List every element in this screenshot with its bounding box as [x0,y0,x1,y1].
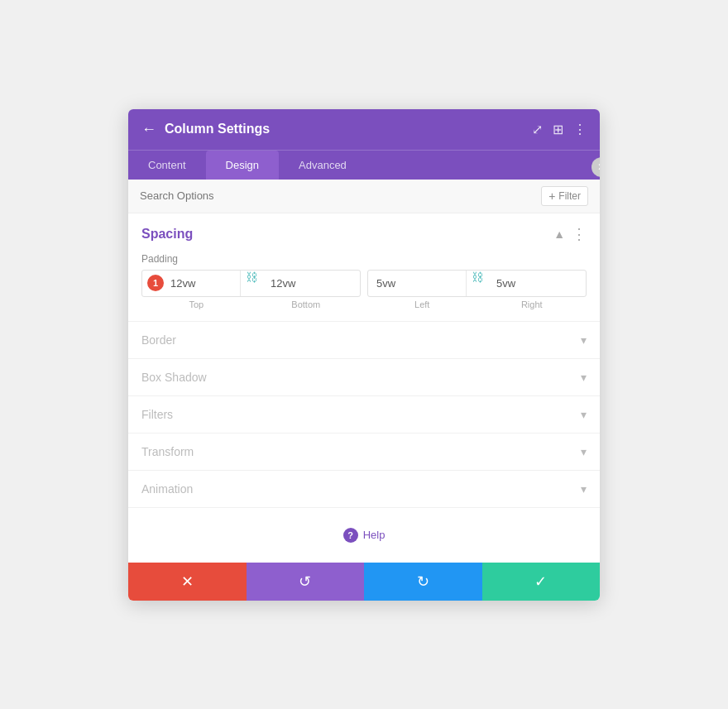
filter-button[interactable]: + Filter [541,186,588,206]
left-right-link-icon[interactable]: ⛓ [467,271,488,296]
more-icon[interactable]: ⋮ [573,122,587,137]
animation-section[interactable]: Animation ▾ [128,471,600,508]
filters-section[interactable]: Filters ▾ [128,396,600,434]
border-section[interactable]: Border ▾ [128,322,600,359]
animation-chevron-icon: ▾ [581,482,587,496]
spacing-header: Spacing ▲ ⋮ [141,225,587,243]
spacing-title: Spacing [141,227,193,242]
border-title: Border [141,333,176,347]
search-bar: + Filter [128,180,600,213]
filter-label: Filter [558,190,581,202]
top-label: Top [141,299,251,309]
right-label: Right [477,299,587,309]
filters-title: Filters [141,408,173,421]
header-left: ← Column Settings [141,121,270,138]
bottom-bar: ✕ ↺ ↻ ✓ [128,563,600,601]
section-menu-icon[interactable]: ⋮ [572,225,587,243]
padding-top-input[interactable] [167,272,217,295]
tab-design[interactable]: Design [206,151,279,180]
columns-icon[interactable]: ⊞ [553,122,563,137]
tab-bar: Content Design Advanced [128,150,600,180]
cancel-button[interactable]: ✕ [128,563,247,601]
panel-title: Column Settings [165,122,270,137]
expand-icon[interactable]: ⤢ [532,122,543,137]
panel-header: ← Column Settings ⤢ ⊞ ⋮ [128,109,600,150]
collapse-icon[interactable]: ▲ [553,228,565,241]
back-button[interactable]: ← [141,121,156,138]
column-settings-panel: ← Column Settings ⤢ ⊞ ⋮ Content Design A… [128,109,600,601]
header-right: ⤢ ⊞ ⋮ [532,122,587,137]
border-chevron-icon: ▾ [581,333,587,347]
tab-content[interactable]: Content [128,151,206,180]
tab-advanced[interactable]: Advanced [279,151,366,180]
transform-chevron-icon: ▾ [581,445,587,458]
undo-button[interactable]: ↺ [247,563,365,601]
left-label: Left [367,299,477,309]
transform-section[interactable]: Transform ▾ [128,434,600,471]
padding-bottom-input[interactable] [267,272,317,295]
filters-chevron-icon: ▾ [581,408,587,421]
transform-title: Transform [141,445,194,458]
animation-title: Animation [141,482,193,496]
padding-label: Padding [141,253,587,265]
save-button[interactable]: ✓ [482,563,601,601]
padding-badge: 1 [147,275,164,291]
top-bottom-link-icon[interactable]: ⛓ [241,271,262,296]
padding-left-input[interactable] [373,272,423,295]
padding-right-input[interactable] [493,272,543,295]
bottom-label: Bottom [251,299,362,309]
box-shadow-title: Box Shadow [141,371,207,384]
help-icon: ? [343,528,358,543]
help-label: Help [363,529,386,541]
box-shadow-section[interactable]: Box Shadow ▾ [128,359,600,396]
help-section[interactable]: ? Help [128,508,600,563]
spacing-section: Spacing ▲ ⋮ Padding 1 ⛓ [128,213,600,322]
box-shadow-chevron-icon: ▾ [581,371,587,384]
spacing-header-right: ▲ ⋮ [553,225,587,243]
search-input[interactable] [140,189,541,202]
redo-button[interactable]: ↻ [364,563,482,601]
padding-inputs-row: 1 ⛓ Top Bottom [141,270,587,309]
plus-icon: + [548,189,555,203]
